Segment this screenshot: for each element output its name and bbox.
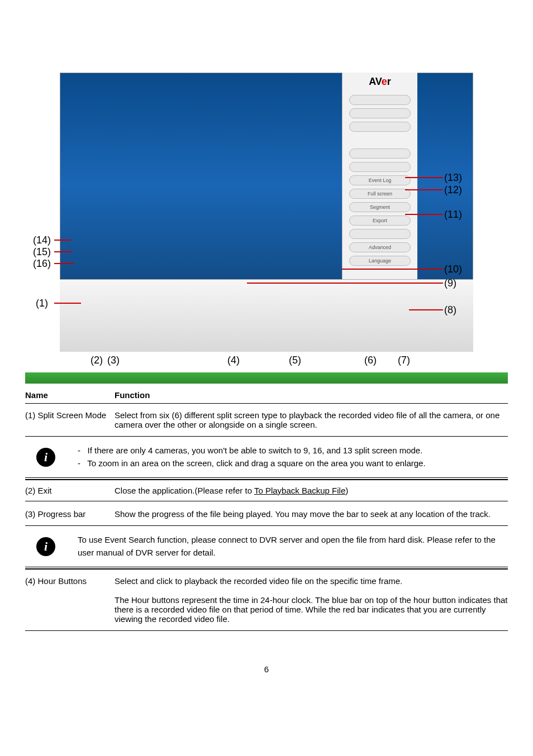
info-icon: i: [36, 448, 55, 467]
row3-name: (3) Progress bar: [25, 509, 115, 519]
screenshot-bottom-panel: [60, 279, 473, 352]
figure-area: AVer Event Log Full screen Segment Expor…: [25, 0, 508, 384]
row2-func-suffix: ): [345, 486, 348, 495]
side-btn-fullscreen: Full screen: [349, 189, 411, 199]
info1-dash-a: -: [78, 446, 80, 455]
row2-func-link[interactable]: To Playback Backup File: [254, 486, 345, 495]
row1-name: (1) Split Screen Mode: [25, 410, 115, 429]
logo-part-a: AV: [369, 76, 382, 87]
side-btn-segment: Segment: [349, 202, 411, 212]
side-btn-export: Export: [349, 216, 411, 226]
leader-12: [405, 189, 443, 190]
label-12: (12): [444, 184, 462, 196]
leader-1: [54, 303, 81, 304]
info-block-2: i To use Event Search function, please c…: [25, 525, 508, 569]
row3-func: Show the progress of the file being play…: [115, 509, 508, 519]
label-7: (7): [398, 355, 410, 366]
label-4: (4): [227, 355, 240, 366]
leader-9: [247, 283, 443, 284]
row-progress: (3) Progress bar Show the progress of th…: [25, 503, 508, 525]
screenshot-sidebar: AVer Event Log Full screen Segment Expor…: [342, 73, 417, 279]
side-btn-9: [349, 229, 411, 239]
table-header-row: Name Function: [25, 384, 508, 402]
label-3: (3): [107, 355, 120, 366]
header-function: Function: [115, 390, 508, 400]
label-10: (10): [444, 264, 462, 275]
label-8: (8): [444, 304, 456, 316]
label-9: (9): [444, 277, 456, 289]
label-16: (16): [33, 258, 51, 270]
side-btn-4: [349, 162, 411, 172]
header-name: Name: [25, 390, 115, 400]
bottom-label-row: (2) (3) (4) (5) (6) (7): [60, 352, 473, 371]
label-5: (5): [289, 355, 301, 366]
side-btn-1: [349, 108, 411, 118]
section-progress: (3) Progress bar Show the progress of th…: [25, 503, 508, 569]
info1-line1: If there are only 4 cameras, you won't b…: [88, 446, 423, 455]
info1-text: - If there are only 4 cameras, you won't…: [78, 444, 508, 470]
screenshot-figure: AVer Event Log Full screen Segment Expor…: [60, 73, 473, 352]
green-divider-bar: [25, 372, 508, 384]
info-block-1: i - If there are only 4 cameras, you won…: [25, 436, 508, 480]
label-1: (1): [36, 298, 48, 309]
side-btn-3: [349, 149, 411, 159]
leader-11: [405, 214, 443, 215]
page: AVer Event Log Full screen Segment Expor…: [0, 0, 533, 696]
logo-part-b: e: [382, 76, 387, 87]
label-15: (15): [33, 246, 51, 258]
row4-func: Select and click to playback the recorde…: [115, 576, 508, 624]
label-13: (13): [444, 172, 462, 184]
row4-func-line1: Select and click to playback the recorde…: [115, 576, 402, 586]
leader-14: [54, 240, 71, 241]
label-6: (6): [364, 355, 377, 366]
side-btn-language: Language: [349, 256, 411, 266]
info2-text: To use Event Search function, please con…: [78, 534, 508, 559]
section-split-screen: (1) Split Screen Mode Select from six (6…: [25, 403, 508, 480]
label-2: (2): [91, 355, 103, 366]
leader-13: [405, 177, 443, 178]
row-hour-buttons: (4) Hour Buttons Select and click to pla…: [25, 569, 508, 631]
side-btn-0: [349, 95, 411, 105]
leader-15: [54, 251, 72, 252]
row4-func-line2: The Hour buttons represent the time in 2…: [115, 595, 507, 624]
row2-func: Close the application.(Please refer to T…: [115, 486, 508, 495]
side-btn-2: [349, 122, 411, 132]
leader-8: [409, 309, 443, 310]
row-exit: (2) Exit Close the application.(Please r…: [25, 480, 508, 501]
info1-line2: To zoom in an area on the screen, click …: [87, 458, 425, 468]
side-btn-advanced: Advanced: [349, 242, 411, 252]
row-split-screen: (1) Split Screen Mode Select from six (6…: [25, 404, 508, 436]
row2-func-prefix: Close the application.(Please refer to: [115, 486, 254, 495]
row1-func: Select from six (6) different split scre…: [115, 410, 508, 429]
leader-10: [342, 269, 443, 270]
info-icon: i: [36, 537, 55, 556]
leader-16: [54, 263, 74, 264]
page-number: 6: [25, 664, 508, 674]
label-14: (14): [33, 235, 51, 246]
label-11: (11): [444, 209, 462, 221]
aver-logo: AVer: [369, 76, 391, 88]
row4-name: (4) Hour Buttons: [25, 576, 115, 624]
logo-part-c: r: [387, 76, 391, 87]
info1-dash-b: -: [78, 458, 80, 468]
row2-name: (2) Exit: [25, 486, 115, 495]
side-btn-eventlog: Event Log: [349, 175, 411, 185]
